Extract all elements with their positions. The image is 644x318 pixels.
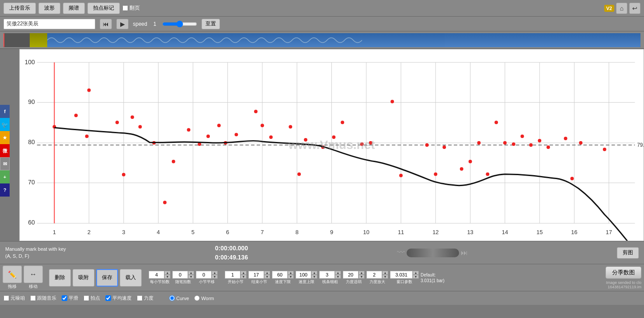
flip-checkbox[interactable]: 翻页 (122, 4, 140, 12)
worm-radio-option[interactable]: Worm (194, 295, 214, 301)
speed-slider[interactable] (162, 21, 197, 28)
star-button[interactable]: ★ (0, 131, 10, 144)
tempo-high-input[interactable] (296, 271, 311, 279)
end-bar-down[interactable]: ▼ (264, 275, 270, 279)
start-bar-input[interactable] (225, 271, 240, 279)
bar-shift-down[interactable]: ▼ (212, 275, 218, 279)
segment-button[interactable]: 分季数图 (606, 266, 641, 279)
home-button[interactable]: ⌂ (616, 3, 627, 14)
speed-label: speed (133, 21, 147, 27)
weibo-button[interactable]: 微 (0, 144, 10, 157)
svg-text:6: 6 (226, 229, 229, 235)
start-bar-down[interactable]: ▼ (240, 275, 247, 279)
force-scale-down[interactable]: ▼ (382, 275, 388, 279)
line-thin-down[interactable]: ▼ (335, 275, 341, 279)
tempo-high-down[interactable]: ▼ (311, 275, 317, 279)
absorb-button[interactable]: 吸附 (73, 269, 94, 287)
window-param-spinner[interactable]: ▲ ▼ (390, 271, 419, 279)
spectrum-button[interactable]: 频谱 (63, 3, 85, 14)
bar-shift-up[interactable]: ▲ (212, 271, 218, 275)
status-bar: Manually mark beat with key (A, S, D, F)… (0, 241, 644, 264)
tempo-input[interactable] (172, 271, 188, 279)
worm-radio[interactable] (194, 295, 200, 301)
curve-radio[interactable] (169, 295, 175, 301)
beats-per-bar-up[interactable]: ▲ (164, 271, 171, 275)
svg-point-84 (477, 141, 480, 145)
start-bar-up[interactable]: ▲ (240, 271, 247, 275)
beat-checkbox[interactable] (84, 295, 89, 301)
twitter-button[interactable]: 🐦 (0, 118, 10, 131)
start-bar-spinner[interactable]: ▲ ▼ (225, 271, 247, 279)
back-button[interactable]: ↩ (629, 3, 641, 14)
curve-radio-option[interactable]: Curve (169, 295, 189, 301)
tempo-spinner[interactable]: ▲ ▼ (172, 271, 194, 279)
tempo-down[interactable]: ▼ (188, 275, 194, 279)
waveform-button[interactable]: 波形 (38, 3, 60, 14)
upload-music-button[interactable]: 上传音乐 (3, 3, 36, 14)
line-thin-label: 线条细粗 (322, 279, 338, 285)
tempo-low-up[interactable]: ▲ (288, 271, 294, 275)
waveform-mini-slider[interactable] (407, 249, 459, 257)
facebook-button[interactable]: f (0, 105, 10, 118)
mail-button[interactable]: ✉ (0, 157, 10, 170)
tempo-low-spinner[interactable]: ▲ ▼ (272, 271, 294, 279)
beat-mark-button[interactable]: 拍点标记 (87, 3, 120, 14)
force-scale-up[interactable]: ▲ (382, 271, 388, 275)
help-button[interactable]: ? (0, 183, 10, 197)
force-weak-down[interactable]: ▼ (359, 275, 365, 279)
delete-button[interactable]: 删除 (49, 269, 71, 287)
clip-button[interactable]: 剪图 (617, 247, 639, 259)
avg-speed-option[interactable]: 平均速度 (105, 295, 132, 301)
force-checkbox[interactable] (137, 295, 143, 301)
beats-per-bar-down[interactable]: ▼ (164, 275, 171, 279)
line-thin-input[interactable] (319, 271, 335, 279)
tempo-low-down[interactable]: ▼ (288, 275, 294, 279)
svg-point-64 (235, 133, 238, 136)
window-param-up[interactable]: ▲ (413, 271, 419, 275)
end-bar-up[interactable]: ▲ (264, 271, 270, 275)
tempo-low-input[interactable] (272, 271, 288, 279)
end-bar-input[interactable] (248, 271, 264, 279)
follow-music-checkbox[interactable] (30, 295, 36, 301)
force-scale-spinner[interactable]: ▲ ▼ (366, 271, 388, 279)
avg-speed-checkbox[interactable] (105, 295, 111, 301)
move-button[interactable]: ↔ (24, 266, 43, 283)
force-weak-spinner[interactable]: ▲ ▼ (343, 271, 365, 279)
svg-point-92 (547, 145, 550, 149)
filename-input[interactable] (3, 19, 95, 29)
bar-shift-input[interactable] (196, 271, 212, 279)
force-weak-input[interactable] (343, 271, 359, 279)
line-thin-up[interactable]: ▲ (335, 271, 341, 275)
image-info: Image sended to clo 1643814792119.im (606, 280, 641, 289)
beats-per-bar-spinner[interactable]: ▲ ▼ (149, 271, 171, 279)
force-weak-up[interactable]: ▲ (359, 271, 365, 275)
play-button[interactable]: ▶ (116, 19, 129, 29)
beats-per-bar-input[interactable] (149, 271, 164, 279)
svg-point-75 (369, 141, 372, 145)
save-button[interactable]: 保存 (96, 269, 118, 287)
tempo-high-up[interactable]: ▲ (311, 271, 317, 275)
instruction-text: Manually mark beat with key (A, S, D, F) (5, 246, 66, 259)
beat-option[interactable]: 拍点 (84, 295, 100, 301)
bar-shift-spinner[interactable]: ▲ ▼ (196, 271, 218, 279)
window-param-down[interactable]: ▼ (413, 275, 419, 279)
chart-container[interactable]: www.Vmus.net (19, 49, 644, 241)
smooth-checkbox[interactable] (62, 295, 67, 301)
prev-button[interactable]: ⏮ (100, 19, 112, 29)
smooth-option[interactable]: 平滑 (62, 295, 78, 301)
waveform-track[interactable] (3, 33, 641, 47)
plus-button[interactable]: + (0, 170, 10, 183)
force-scale-input[interactable] (366, 271, 382, 279)
tempo-high-spinner[interactable]: ▲ ▼ (296, 271, 317, 279)
time-current: 0:00:00.000 (215, 244, 248, 253)
reset-button[interactable]: 至置 (202, 19, 220, 29)
svg-point-86 (494, 121, 498, 124)
line-thin-spinner[interactable]: ▲ ▼ (319, 271, 341, 279)
window-param-input[interactable] (390, 271, 413, 279)
end-bar-spinner[interactable]: ▲ ▼ (248, 271, 270, 279)
follow-music-option[interactable]: 跟随音乐 (30, 295, 56, 301)
tempo-up[interactable]: ▲ (188, 271, 194, 275)
import-button[interactable]: 载入 (120, 269, 142, 287)
flip-checkbox-input[interactable] (122, 5, 128, 11)
force-option[interactable]: 力度 (137, 295, 153, 301)
